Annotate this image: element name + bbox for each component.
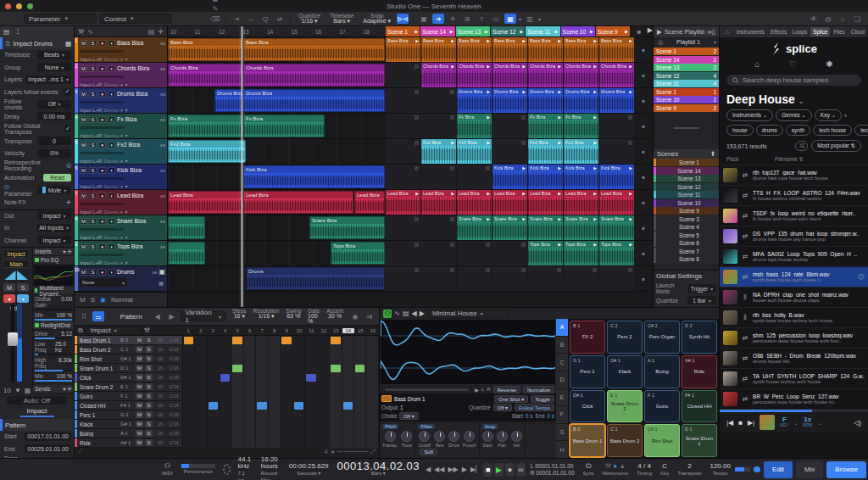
launcher-cell[interactable]: Snare Biza▶ [528, 215, 563, 240]
step-cell[interactable] [195, 345, 207, 354]
step-cell[interactable] [342, 420, 354, 429]
edit-view-button[interactable]: Edit [764, 461, 793, 478]
audio-clip[interactable]: Bass Biza [168, 38, 242, 61]
step-cell[interactable] [220, 410, 231, 420]
step-cell[interactable] [256, 345, 268, 354]
step-cell[interactable] [256, 364, 268, 373]
one-shot-dropdown[interactable]: One Shot ▾ [494, 395, 528, 403]
step-cell[interactable] [330, 354, 342, 364]
arrangement-lane-tops-biza[interactable]: Tops Biza [168, 241, 386, 266]
step-cell[interactable] [195, 401, 207, 410]
scenes-list-item[interactable]: Scene 8 [654, 255, 719, 263]
pad-ride[interactable]: A# 1Ride [682, 355, 717, 388]
step-cell[interactable] [220, 392, 231, 401]
launcher-cell[interactable]: Bass Biza▶ [564, 37, 598, 62]
filter-soft-button[interactable]: Soft [420, 449, 437, 455]
audio-clip[interactable]: Bass Biza [243, 38, 385, 61]
loop-icon[interactable]: ⇄ [741, 212, 749, 220]
control-dropdown[interactable]: Control▼ [99, 14, 172, 24]
parameter-slider[interactable] [35, 354, 72, 355]
launcher-clip[interactable]: Lead Biza▶ [599, 190, 634, 215]
keyboard-icon[interactable]: ▭ [490, 14, 502, 24]
scenes-list-item[interactable]: Scene 4 [654, 223, 719, 231]
inspector-row-value[interactable]: Mute▾ [37, 186, 71, 194]
launcher-cell[interactable] [386, 165, 420, 189]
pattern-row-header[interactable]: ClickD# 1MS161/16 [75, 373, 183, 382]
step-cell[interactable] [342, 401, 354, 410]
browser-tab-splice[interactable]: Splice [810, 27, 830, 36]
step-cell[interactable] [256, 410, 268, 420]
tag-synth[interactable]: synth [786, 125, 811, 136]
snap-control[interactable]: SnapAdaptive ▾ [359, 14, 394, 24]
sample-row[interactable]: ⫴NA_DPRH_clap_one_shot_mainz.wavhouse te… [720, 287, 868, 308]
reverse-button[interactable]: Reverse [493, 386, 520, 393]
fader-handle[interactable] [8, 332, 18, 346]
row-stop-button[interactable]: ■ [635, 266, 652, 291]
track-record-icon[interactable]: ● [98, 243, 106, 250]
launcher-cell[interactable] [599, 114, 634, 138]
at-icon[interactable]: @ [822, 14, 834, 24]
inspector-row-value[interactable]: Off▾ [37, 100, 71, 109]
clip-stop-icon[interactable] [593, 268, 597, 272]
step-cell[interactable] [305, 429, 317, 438]
track-mute-button[interactable]: M [80, 243, 87, 250]
shuffle-icon[interactable]: ⤮ [795, 141, 808, 151]
track-monitor-icon[interactable]: ◖ [108, 116, 115, 123]
pattern-row-header[interactable]: BoingA 1MS161/16 [75, 429, 183, 438]
launch-quantize-dropdown[interactable]: 1 Bar▾ [687, 296, 716, 304]
track-mute-button[interactable]: M [80, 40, 87, 47]
step-cell[interactable] [231, 336, 243, 345]
pattern-row-solo[interactable]: S [145, 411, 153, 418]
parameter-slider[interactable] [35, 370, 72, 371]
audio-clip[interactable]: Drums Biza [214, 89, 242, 112]
tool-wrench-icon[interactable]: ⚒ [144, 327, 150, 334]
step-cell[interactable] [354, 401, 366, 410]
pattern-row-solo[interactable]: S [145, 393, 153, 399]
launcher-clip[interactable]: Drums Biza▶ [457, 88, 492, 113]
clip-stop-icon[interactable] [628, 141, 632, 145]
key-display[interactable]: CKey [656, 463, 673, 477]
clip-stop-icon[interactable] [628, 115, 632, 120]
launcher-cell[interactable]: Drums Biza▶ [564, 88, 598, 113]
clip-stop-icon[interactable] [450, 166, 454, 170]
step-cell[interactable] [256, 420, 268, 429]
pattern-row-solo[interactable]: S [145, 346, 153, 353]
parameter-slider[interactable] [35, 380, 72, 382]
launcher-clip[interactable]: Kick Biza▶ [492, 165, 527, 189]
step-cell[interactable] [366, 401, 378, 410]
stereo-toggle-icon[interactable]: ◐ [120, 235, 124, 240]
step-cell[interactable] [318, 373, 330, 382]
tag-house[interactable]: house [726, 125, 754, 136]
player-key-control[interactable]: FKEY [780, 416, 788, 428]
step-cell[interactable] [318, 420, 330, 429]
track-solo-button[interactable]: S [89, 65, 97, 72]
clip-stop-icon[interactable] [450, 217, 454, 221]
pattern-param-gate[interactable]: Gate100 % [304, 309, 323, 324]
track-mute-button[interactable]: M [80, 116, 87, 123]
step-number-13[interactable]: 13 [330, 328, 342, 333]
playlist-scene-item[interactable]: Scene 11 [654, 88, 719, 96]
step-cell[interactable] [269, 401, 281, 410]
step-cell[interactable] [195, 438, 207, 448]
row-stop-button[interactable]: ■ [635, 114, 652, 138]
step-cell[interactable] [256, 373, 268, 382]
launcher-clip[interactable]: Fx2 Biza▶ [421, 139, 456, 164]
step-cell[interactable] [318, 364, 330, 373]
step-cell[interactable] [293, 401, 305, 410]
track-solo-button[interactable]: S [89, 116, 97, 123]
pattern-row-mute[interactable]: M [136, 421, 143, 427]
track-monitor-icon[interactable]: ◖ [108, 193, 115, 199]
launcher-cell[interactable] [457, 241, 492, 265]
preset-prev-icon[interactable]: ◀ [412, 310, 417, 317]
playlist-scene-item[interactable]: Scene 102 [654, 96, 719, 103]
step-cell[interactable] [281, 354, 292, 364]
track-mute-button[interactable]: M [80, 167, 87, 174]
launcher-cell[interactable]: Fx2 Biza▶ [528, 139, 563, 164]
row-stop-button[interactable]: ■ [635, 37, 652, 62]
step-cell[interactable] [256, 438, 268, 448]
launcher-clip[interactable]: Tops Biza▶ [564, 241, 598, 265]
step-cell[interactable] [318, 410, 330, 420]
inspector-row-checkbox[interactable]: ✓ [64, 125, 71, 132]
step-cell[interactable] [305, 392, 317, 401]
eraser-icon[interactable]: ⌫ [209, 14, 221, 24]
